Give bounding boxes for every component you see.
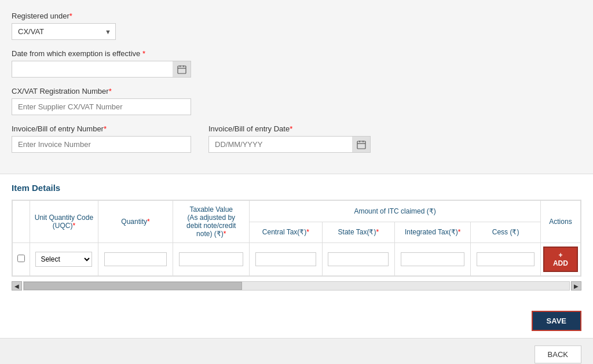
col-quantity-header: Quantity* xyxy=(98,201,173,243)
registered-under-select[interactable]: CX/VAT Service Tax VAT Only CX Only xyxy=(12,23,116,40)
label-text: Invoice/Bill of entry Date xyxy=(208,124,290,133)
row-actions-cell: + ADD xyxy=(540,243,580,276)
invoice-number-label: Invoice/Bill of entry Number* xyxy=(12,124,191,133)
cx-vat-reg-input[interactable] xyxy=(12,98,191,115)
calendar-icon xyxy=(357,140,366,149)
invoice-number-input[interactable] xyxy=(12,136,191,153)
col-cess-header: Cess (₹) xyxy=(471,222,541,243)
scrollbar-track[interactable] xyxy=(23,281,570,291)
cx-vat-reg-label: CX/VAT Registration Number* xyxy=(12,87,581,95)
taxable-value-input[interactable] xyxy=(179,252,243,266)
form-section: Registered under* CX/VAT Service Tax VAT… xyxy=(0,0,593,174)
scrollbar-thumb xyxy=(24,282,242,290)
uqc-select[interactable]: Select BAG BOX KGS NOS xyxy=(35,252,92,267)
invoice-date-input[interactable] xyxy=(208,136,371,153)
col-actions-header: Actions xyxy=(540,201,580,243)
scrollbar-row: ◀ ▶ xyxy=(12,279,581,293)
col-uqc-header: Unit Quantity Code (UQC)* xyxy=(30,201,98,243)
row-taxable-value-cell xyxy=(173,243,250,276)
row-uqc-cell: Select BAG BOX KGS NOS xyxy=(30,243,98,276)
save-button[interactable]: SAVE xyxy=(532,311,581,331)
cx-vat-reg-row: CX/VAT Registration Number* xyxy=(12,87,581,115)
invoice-number-field: Invoice/Bill of entry Number* xyxy=(12,124,191,153)
main-container: Registered under* CX/VAT Service Tax VAT… xyxy=(0,0,593,364)
svg-rect-4 xyxy=(357,141,365,149)
row-state-tax-cell xyxy=(322,243,394,276)
required-star: * xyxy=(290,124,292,133)
date-exemption-calendar-btn[interactable] xyxy=(173,61,191,78)
invoice-date-calendar-btn[interactable] xyxy=(352,136,371,153)
label-text: CX/VAT Registration Number xyxy=(12,87,109,95)
required-star: * xyxy=(109,87,112,95)
item-details-table-container: Unit Quantity Code (UQC)* Quantity* Taxa… xyxy=(12,200,581,277)
integrated-tax-input[interactable] xyxy=(401,252,464,266)
row-central-tax-cell xyxy=(250,243,322,276)
required-star: * xyxy=(104,124,107,133)
central-tax-input[interactable] xyxy=(255,252,316,266)
item-details-section: Item Details Unit Quantity Code (UQC)* Q… xyxy=(0,174,593,304)
cess-input[interactable] xyxy=(477,252,535,266)
back-button[interactable]: BACK xyxy=(535,345,581,363)
item-details-table: Unit Quantity Code (UQC)* Quantity* Taxa… xyxy=(12,200,581,276)
action-buttons-area: SAVE xyxy=(0,304,593,338)
required-star: * xyxy=(69,12,72,20)
col-integrated-tax-header: Integrated Tax(₹)* xyxy=(395,222,471,243)
invoice-date-field: Invoice/Bill of entry Date* xyxy=(208,124,371,153)
row-integrated-tax-cell xyxy=(395,243,471,276)
quantity-input[interactable] xyxy=(104,252,167,266)
date-exemption-input[interactable]: 01/06/2018 xyxy=(12,61,191,78)
invoice-row: Invoice/Bill of entry Number* Invoice/Bi… xyxy=(12,124,581,162)
row-cess-cell xyxy=(471,243,541,276)
date-exemption-row: Date from which exemption is effective *… xyxy=(12,49,581,78)
date-exemption-wrapper: 01/06/2018 xyxy=(12,61,191,78)
invoice-date-label: Invoice/Bill of entry Date* xyxy=(208,124,371,133)
add-button[interactable]: + ADD xyxy=(543,247,578,272)
col-checkbox-header xyxy=(13,201,30,243)
col-taxable-value-header: Taxable Value(As adjusted bydebit note/c… xyxy=(173,201,250,243)
col-state-tax-header: State Tax(₹)* xyxy=(322,222,394,243)
table-row: Select BAG BOX KGS NOS xyxy=(13,243,581,276)
row-quantity-cell xyxy=(98,243,173,276)
registered-under-row: Registered under* CX/VAT Service Tax VAT… xyxy=(12,12,581,40)
scroll-right-btn[interactable]: ▶ xyxy=(571,281,581,291)
required-star: * xyxy=(142,49,145,58)
date-exemption-label: Date from which exemption is effective * xyxy=(12,49,581,58)
state-tax-input[interactable] xyxy=(328,252,389,266)
label-text: Invoice/Bill of entry Number xyxy=(12,124,104,133)
calendar-icon xyxy=(177,65,186,74)
registered-under-select-wrapper: CX/VAT Service Tax VAT Only CX Only ▼ xyxy=(12,23,116,40)
row-checkbox[interactable] xyxy=(17,255,25,262)
row-checkbox-cell xyxy=(13,243,30,276)
col-itc-group-header: Amount of ITC claimed (₹) xyxy=(250,201,541,222)
label-text: Registered under xyxy=(12,12,69,20)
invoice-date-wrapper xyxy=(208,136,371,153)
svg-rect-0 xyxy=(178,66,186,73)
bottom-bar: BACK xyxy=(0,338,593,364)
col-central-tax-header: Central Tax(₹)* xyxy=(250,222,322,243)
scroll-left-btn[interactable]: ◀ xyxy=(12,281,22,291)
registered-under-label: Registered under* xyxy=(12,12,581,20)
item-details-title: Item Details xyxy=(12,183,581,193)
label-text: Date from which exemption is effective xyxy=(12,49,140,58)
